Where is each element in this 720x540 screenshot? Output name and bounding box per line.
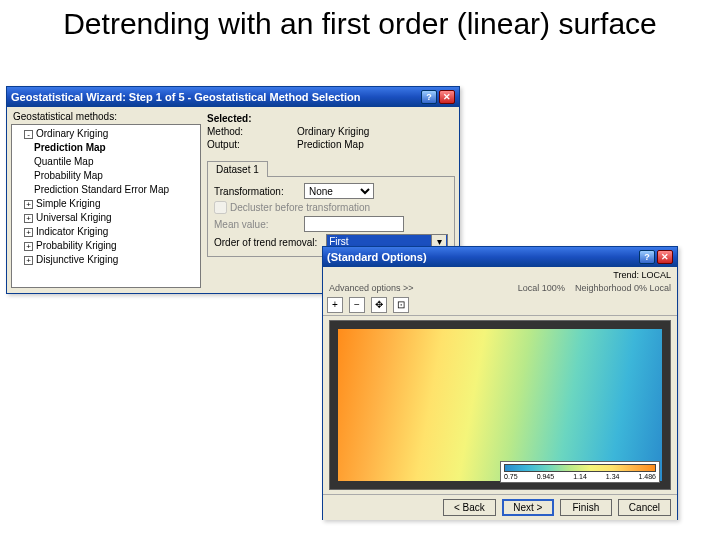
trend-surface-preview: 0.75 0.945 1.14 1.34 1.486 [329,320,671,490]
method-label: Method: [207,126,297,137]
detrending-window: (Standard Options) ? ✕ Trend: LOCAL Adva… [322,246,678,520]
transform-label: Transformation: [214,186,304,197]
dataset-tab[interactable]: Dataset 1 [207,161,268,177]
win2-title: (Standard Options) [327,251,427,263]
method-tree[interactable]: -Ordinary Kriging Prediction Map Quantil… [11,124,201,288]
slide-title: Detrending with an first order (linear) … [0,0,720,42]
trend-local-label: Trend: LOCAL [613,270,671,280]
local-label: Local [518,283,540,293]
tree-probability[interactable]: Probability Map [34,169,198,183]
zoom-out-icon[interactable]: − [349,297,365,313]
legend-v1: 0.75 [504,473,518,480]
legend-v3: 1.14 [573,473,587,480]
win1-titlebar[interactable]: Geostatistical Wizard: Step 1 of 5 - Geo… [7,87,459,107]
output-label: Output: [207,139,297,150]
next-button[interactable]: Next > [502,499,554,516]
legend-v5: 1.486 [638,473,656,480]
tree-header: Geostatistical methods: [13,111,201,122]
close-button[interactable]: ✕ [439,90,455,104]
method-value: Ordinary Kriging [297,126,369,137]
help-button[interactable]: ? [421,90,437,104]
legend-v4: 1.34 [606,473,620,480]
wizard-button-row: < Back Next > Finish Cancel [323,494,677,520]
cancel-button[interactable]: Cancel [618,499,671,516]
tree-ordinary[interactable]: Ordinary Kriging [36,128,108,139]
full-extent-icon[interactable]: ⊡ [393,297,409,313]
zoom-in-icon[interactable]: + [327,297,343,313]
close-button-2[interactable]: ✕ [657,250,673,264]
tree-prediction[interactable]: Prediction Map [34,141,198,155]
advanced-link[interactable]: Advanced options >> [329,283,414,293]
neigh-value: 0% Local [634,283,671,293]
local-value: 100% [542,283,565,293]
decluster-checkbox [214,201,227,214]
tree-universal[interactable]: Universal Kriging [36,212,112,223]
win2-titlebar[interactable]: (Standard Options) ? ✕ [323,247,677,267]
neigh-label: Neighborhood [575,283,632,293]
tree-probkrig[interactable]: Probability Kriging [36,240,117,251]
tree-disjunctive[interactable]: Disjunctive Kriging [36,254,118,265]
selected-header: Selected: [207,113,455,124]
trend-label: Order of trend removal: [214,237,326,248]
legend-bar [504,464,656,472]
trend-gradient [338,329,662,481]
finish-button[interactable]: Finish [560,499,612,516]
transform-select[interactable]: None [304,183,374,199]
meanval-input [304,216,404,232]
meanval-label: Mean value: [214,219,304,230]
tree-stderr[interactable]: Prediction Standard Error Map [34,183,198,197]
decluster-label: Decluster before transformation [230,202,370,213]
help-button-2[interactable]: ? [639,250,655,264]
legend: 0.75 0.945 1.14 1.34 1.486 [500,461,660,483]
win1-title: Geostatistical Wizard: Step 1 of 5 - Geo… [11,91,361,103]
legend-v2: 0.945 [537,473,555,480]
back-button[interactable]: < Back [443,499,496,516]
map-toolbar: + − ✥ ⊡ [323,295,677,316]
output-value: Prediction Map [297,139,364,150]
tree-indicator[interactable]: Indicator Kriging [36,226,108,237]
tree-quantile[interactable]: Quantile Map [34,155,198,169]
tree-simple[interactable]: Simple Kriging [36,198,100,209]
pan-icon[interactable]: ✥ [371,297,387,313]
